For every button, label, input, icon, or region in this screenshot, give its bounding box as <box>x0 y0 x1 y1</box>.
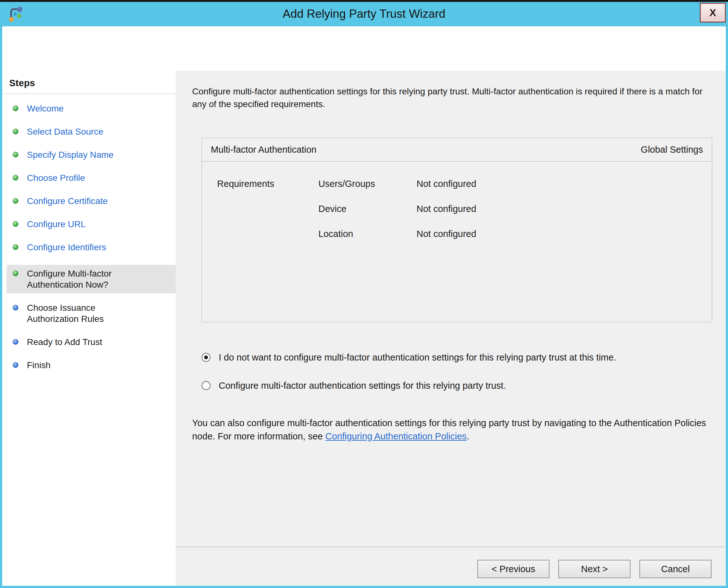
step-done-icon <box>13 198 18 204</box>
step-label: Configure URL <box>27 218 86 230</box>
step-configure-mfa-now: Configure Multi-factor Authentication No… <box>7 265 176 293</box>
step-label: Configure Certificate <box>27 195 108 207</box>
step-label: Finish <box>27 360 51 371</box>
step-done-icon <box>13 244 18 250</box>
step-welcome[interactable]: Welcome <box>7 103 176 114</box>
step-finish: Finish <box>7 360 176 371</box>
step-ready-to-add-trust: Ready to Add Trust <box>7 336 176 348</box>
requirement-value: Not configured <box>417 229 477 239</box>
step-label: Ready to Add Trust <box>27 336 102 348</box>
step-label: Configure Identifiers <box>27 242 106 253</box>
steps-sidebar: Steps Welcome Select Data Source Specify… <box>2 71 176 586</box>
step-done-icon <box>13 152 18 158</box>
mfa-table-header: Multi-factor Authentication Global Setti… <box>202 138 712 162</box>
step-done-icon <box>13 129 18 134</box>
cancel-button[interactable]: Cancel <box>639 560 711 578</box>
step-label: Choose Issuance Authorization Rules <box>27 302 141 324</box>
button-bar: < Previous Next > Cancel <box>477 560 711 578</box>
previous-button[interactable]: < Previous <box>477 560 550 578</box>
step-choose-profile[interactable]: Choose Profile <box>7 172 176 184</box>
mfa-table-title: Multi-factor Authentication <box>211 145 316 155</box>
step-done-icon <box>13 105 18 111</box>
requirement-value: Not configured <box>417 179 477 189</box>
titlebar: Add Relying Party Trust Wizard X <box>0 2 728 26</box>
footer-note: You can also configure multi-factor auth… <box>192 416 711 443</box>
wizard-content: Steps Welcome Select Data Source Specify… <box>0 26 728 588</box>
step-label: Select Data Source <box>27 126 103 137</box>
requirement-name: Users/Groups <box>318 179 417 189</box>
step-configure-certificate[interactable]: Configure Certificate <box>7 195 176 207</box>
requirement-name: Device <box>318 204 417 214</box>
step-label: Specify Display Name <box>27 149 114 160</box>
global-settings-label: Global Settings <box>641 145 703 155</box>
requirement-name: Location <box>318 229 417 239</box>
radio-configure-mfa-option[interactable]: Configure multi-factor authentication se… <box>202 380 711 391</box>
step-done-icon <box>13 221 18 227</box>
step-choose-issuance-authorization-rules: Choose Issuance Authorization Rules <box>7 302 176 324</box>
intro-text: Configure multi-factor authentication se… <box>192 85 711 110</box>
step-label: Choose Profile <box>27 172 85 184</box>
step-label: Welcome <box>27 103 64 114</box>
mfa-settings-table: Multi-factor Authentication Global Setti… <box>202 138 712 322</box>
step-upcoming-icon <box>13 339 18 345</box>
steps-heading: Steps <box>2 71 176 94</box>
step-upcoming-icon <box>13 305 18 311</box>
close-button[interactable]: X <box>700 3 726 22</box>
requirements-label: Requirements <box>217 179 318 239</box>
main-panel: Configure multi-factor authentication se… <box>176 71 726 586</box>
step-specify-display-name[interactable]: Specify Display Name <box>7 149 176 160</box>
button-bar-separator <box>176 546 726 547</box>
next-button[interactable]: Next > <box>558 560 631 578</box>
step-done-icon <box>13 175 18 181</box>
mfa-table-body: Requirements Users/Groups Not configured… <box>202 162 712 239</box>
step-label: Configure Multi-factor Authentication No… <box>27 268 141 290</box>
requirements-rows: Users/Groups Not configured Device Not c… <box>318 179 477 239</box>
step-select-data-source[interactable]: Select Data Source <box>7 126 176 137</box>
step-current-icon <box>13 271 18 276</box>
header-strip <box>2 26 726 71</box>
step-upcoming-icon <box>13 362 18 368</box>
requirement-value: Not configured <box>417 204 477 214</box>
steps-list: Welcome Select Data Source Specify Displ… <box>2 94 176 371</box>
radio-selected-icon[interactable] <box>202 353 211 362</box>
radio-option-label: Configure multi-factor authentication se… <box>219 380 506 391</box>
radio-no-mfa-option[interactable]: I do not want to configure multi-factor … <box>202 352 711 363</box>
wizard-window: Add Relying Party Trust Wizard X Steps W… <box>0 0 728 588</box>
configuring-authentication-policies-link[interactable]: Configuring Authentication Policies <box>325 431 467 441</box>
radio-unselected-icon[interactable] <box>202 381 211 390</box>
radio-option-label: I do not want to configure multi-factor … <box>219 352 616 363</box>
window-title: Add Relying Party Trust Wizard <box>0 7 728 21</box>
footer-note-period: . <box>467 431 469 441</box>
step-configure-identifiers[interactable]: Configure Identifiers <box>7 242 176 253</box>
step-configure-url[interactable]: Configure URL <box>7 218 176 230</box>
